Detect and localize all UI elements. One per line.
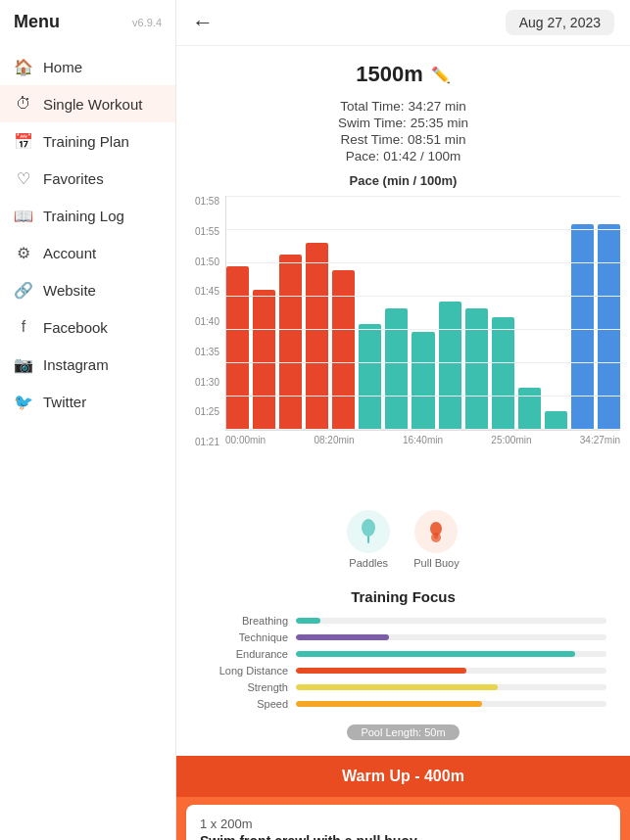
main-content: ← Aug 27, 2023 1500m ✏️ Total Time:34:27… <box>176 0 630 840</box>
focus-label: Technique <box>200 631 288 643</box>
pool-length-badge: Pool Length: 50m <box>347 724 459 740</box>
stat-value: 08:51 min <box>408 132 465 147</box>
sidebar-item-twitter[interactable]: 🐦 Twitter <box>0 383 175 420</box>
stat-value: 01:42 / 100m <box>383 149 460 163</box>
y-axis-label: 01:30 <box>180 377 219 388</box>
y-axis-label: 01:58 <box>180 196 219 207</box>
focus-row: Endurance <box>200 648 606 660</box>
stat-value: 34:27 min <box>408 99 465 114</box>
focus-bar-fill <box>296 684 498 690</box>
sidebar-label-instagram: Instagram <box>43 356 109 373</box>
sidebar-item-facebook[interactable]: f Facebook <box>0 308 175 346</box>
focus-bar-fill <box>296 651 575 657</box>
focus-label: Breathing <box>200 615 288 627</box>
sidebar-label-favorites: Favorites <box>43 170 104 187</box>
workout-stats: Total Time:34:27 minSwim Time:25:35 minR… <box>176 91 630 167</box>
stat-row: Pace:01:42 / 100m <box>346 149 460 163</box>
chart-bars <box>225 196 620 431</box>
chart-bar <box>385 308 408 430</box>
training-log-icon: 📖 <box>14 206 33 225</box>
svg-point-0 <box>362 519 375 537</box>
date-badge: Aug 27, 2023 <box>506 10 614 35</box>
stat-label: Rest Time: <box>341 132 405 147</box>
workout-title: 1500m <box>356 62 423 87</box>
y-axis-label: 01:35 <box>180 347 219 357</box>
chart-bar <box>412 332 434 430</box>
sidebar-item-website[interactable]: 🔗 Website <box>0 271 175 308</box>
sidebar-item-training-log[interactable]: 📖 Training Log <box>0 197 175 234</box>
stat-label: Total Time: <box>340 99 404 114</box>
focus-bar-bg <box>296 668 606 674</box>
y-axis-label: 01:45 <box>180 286 219 297</box>
sidebar-label-single-workout: Single Workout <box>43 96 142 113</box>
favorites-icon: ♡ <box>14 168 33 188</box>
section-header-text: Warm Up - 400m <box>342 768 464 784</box>
y-axis-label: 01:50 <box>180 257 219 267</box>
edit-icon[interactable]: ✏️ <box>431 66 451 84</box>
workout-header: 1500m ✏️ <box>176 46 630 91</box>
chart-bar <box>253 290 275 430</box>
focus-bar-fill <box>296 634 389 640</box>
website-icon: 🔗 <box>14 280 33 300</box>
focus-row: Strength <box>200 681 606 693</box>
sidebar-item-single-workout[interactable]: ⏱ Single Workout <box>0 85 175 122</box>
card-desc: Swim front crawl with a pull buoy. <box>200 833 606 840</box>
y-axis-label: 01:55 <box>180 226 219 237</box>
chart-bar <box>465 308 488 430</box>
sidebar-label-twitter: Twitter <box>43 394 86 410</box>
twitter-icon: 🐦 <box>14 392 33 411</box>
paddles-label: Paddles <box>349 557 388 569</box>
chart-bar <box>359 324 381 430</box>
focus-row: Speed <box>200 698 606 710</box>
focus-label: Endurance <box>200 648 288 660</box>
card-set: 1 x 200m <box>200 817 606 831</box>
back-button[interactable]: ← <box>192 10 214 35</box>
facebook-icon: f <box>14 317 33 337</box>
focus-bar-bg <box>296 634 606 640</box>
stat-value: 25:35 min <box>411 116 468 130</box>
focus-bar-fill <box>296 668 466 674</box>
focus-rows: Breathing Technique Endurance Long Dista… <box>200 615 606 710</box>
sidebar-version: v6.9.4 <box>132 17 162 28</box>
pullbuoy-label: Pull Buoy <box>413 557 459 569</box>
x-axis-label: 08:20min <box>314 435 354 445</box>
home-icon: 🏠 <box>14 57 33 76</box>
sidebar-item-home[interactable]: 🏠 Home <box>0 48 175 85</box>
pullbuoy-icon <box>414 510 458 553</box>
topbar: ← Aug 27, 2023 <box>176 0 630 46</box>
stat-row: Total Time:34:27 min <box>340 99 466 114</box>
focus-bar-bg <box>296 701 606 707</box>
account-icon: ⚙ <box>14 243 33 262</box>
instagram-icon: 📷 <box>14 354 33 374</box>
sidebar-item-favorites[interactable]: ♡ Favorites <box>0 160 175 197</box>
paddles-icon <box>347 510 390 553</box>
training-plan-icon: 📅 <box>14 131 33 151</box>
focus-label: Long Distance <box>200 665 288 677</box>
sidebar-item-instagram[interactable]: 📷 Instagram <box>0 346 175 383</box>
x-axis-label: 16:40min <box>403 435 443 445</box>
sidebar-label-account: Account <box>43 245 96 261</box>
y-axis-label: 01:25 <box>180 406 219 417</box>
chart-bar <box>306 243 328 430</box>
chart-bar <box>332 270 355 430</box>
sidebar-label-home: Home <box>43 59 82 75</box>
sidebar-item-training-plan[interactable]: 📅 Training Plan <box>0 122 175 160</box>
chart-y-axis: 01:5801:5501:5001:4501:4001:3501:3001:25… <box>180 196 219 447</box>
x-axis-label: 00:00min <box>225 435 266 445</box>
stat-label: Swim Time: <box>338 116 407 130</box>
chart-bar <box>518 388 541 430</box>
chart-x-axis: 00:00min08:20min16:40min25:00min34:27min <box>225 431 620 445</box>
equipment-paddles: Paddles <box>347 510 390 569</box>
x-axis-label: 25:00min <box>491 435 531 445</box>
workout-card: 1 x 200m Swim front crawl with a pull bu… <box>186 805 620 840</box>
sidebar-item-account[interactable]: ⚙ Account <box>0 234 175 271</box>
stat-row: Swim Time:25:35 min <box>338 116 468 130</box>
sidebar: Menu v6.9.4 🏠 Home ⏱ Single Workout 📅 Tr… <box>0 0 176 840</box>
sidebar-label-training-plan: Training Plan <box>43 133 129 150</box>
grid-line <box>226 229 620 230</box>
focus-row: Technique <box>200 631 606 643</box>
svg-rect-4 <box>434 535 438 538</box>
y-axis-label: 01:40 <box>180 316 219 327</box>
x-axis-label: 34:27min <box>580 435 620 445</box>
equipment-row: Paddles Pull Buoy <box>176 494 630 577</box>
